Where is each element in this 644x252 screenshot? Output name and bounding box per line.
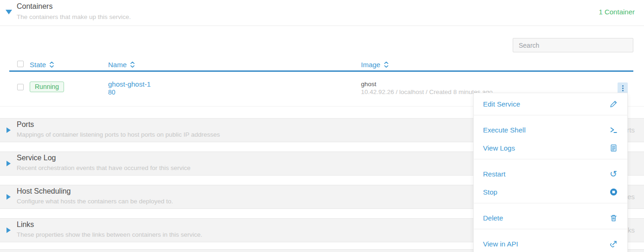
- menu-item-restart[interactable]: Restart ↺: [474, 165, 627, 183]
- menu-item-delete[interactable]: Delete: [474, 209, 627, 227]
- column-header-state-label: State: [30, 61, 46, 69]
- terminal-icon: [609, 126, 618, 135]
- image-name: ghost: [361, 80, 618, 88]
- section-title: Host Scheduling: [17, 187, 71, 195]
- search-input[interactable]: [513, 38, 633, 52]
- row-checkbox-cell: [9, 80, 30, 92]
- expand-arrow-icon[interactable]: [6, 194, 11, 200]
- select-all-checkbox[interactable]: [17, 61, 24, 67]
- section-title: Service Log: [17, 154, 56, 162]
- table-header-row: State Name Image: [9, 59, 633, 72]
- column-header-image[interactable]: Image: [361, 61, 618, 69]
- expand-arrow-icon[interactable]: [6, 127, 11, 133]
- section-subtitle: These properties show the links between …: [17, 231, 202, 238]
- sort-caret-icon: [49, 61, 54, 69]
- container-count-badge: 1 Container: [599, 8, 635, 16]
- menu-item-label: Stop: [483, 188, 497, 196]
- section-title: Ports: [17, 120, 34, 129]
- containers-section-header: Containers The containers that make up t…: [0, 0, 644, 26]
- menu-item-view-logs[interactable]: View Logs: [474, 139, 627, 157]
- service-detail-page: Containers The containers that make up t…: [0, 0, 644, 252]
- menu-item-stop[interactable]: Stop: [474, 183, 627, 201]
- menu-item-edit-service[interactable]: Edit Service: [474, 95, 627, 113]
- menu-item-execute-shell[interactable]: Execute Shell: [474, 121, 627, 139]
- row-name-cell: ghost-ghost-1 80: [108, 80, 361, 96]
- menu-item-label: View in API: [483, 240, 518, 248]
- menu-item-label: Delete: [483, 214, 503, 222]
- sort-caret-icon: [130, 61, 135, 69]
- menu-divider: [474, 115, 627, 115]
- section-subtitle: Mappings of container listening ports to…: [17, 131, 220, 138]
- section-subtitle: Recent orchestration events that have oc…: [17, 164, 190, 171]
- expand-arrow-icon[interactable]: [6, 161, 11, 166]
- row-actions-menu: Edit Service Execute Shell View Logs Res…: [473, 93, 628, 252]
- menu-divider: [474, 229, 627, 229]
- container-port: 80: [108, 88, 361, 96]
- stop-icon: [609, 188, 618, 197]
- menu-item-label: View Logs: [483, 144, 515, 152]
- pencil-icon: [609, 100, 618, 109]
- menu-divider: [474, 203, 627, 203]
- column-header-name[interactable]: Name: [108, 61, 361, 69]
- containers-section-title: Containers: [17, 2, 52, 11]
- menu-divider: [474, 159, 627, 159]
- row-checkbox[interactable]: [17, 84, 24, 90]
- restart-icon: ↺: [609, 170, 618, 179]
- external-link-icon: [609, 239, 618, 249]
- column-header-state[interactable]: State: [30, 61, 108, 69]
- menu-item-label: Restart: [483, 170, 505, 178]
- trash-icon: [609, 214, 618, 223]
- section-title: Links: [17, 220, 34, 229]
- sort-caret-icon: [384, 61, 389, 69]
- column-header-image-label: Image: [361, 61, 380, 69]
- file-text-icon: [609, 144, 618, 153]
- column-header-name-label: Name: [108, 61, 127, 69]
- section-subtitle: Configure what hosts the containers can …: [17, 198, 173, 205]
- row-actions-cell: [618, 80, 633, 94]
- collapse-arrow-icon[interactable]: [6, 10, 12, 14]
- menu-item-label: Edit Service: [483, 100, 520, 108]
- container-name-link[interactable]: ghost-ghost-1: [108, 80, 361, 88]
- header-checkbox-cell: [9, 61, 30, 69]
- status-badge: Running: [30, 82, 64, 92]
- menu-item-label: Execute Shell: [483, 126, 526, 134]
- containers-section-subtitle: The containers that make up this service…: [17, 13, 131, 20]
- menu-item-view-in-api[interactable]: View in API: [474, 235, 627, 252]
- row-state-cell: Running: [30, 80, 108, 92]
- expand-arrow-icon[interactable]: [6, 227, 11, 233]
